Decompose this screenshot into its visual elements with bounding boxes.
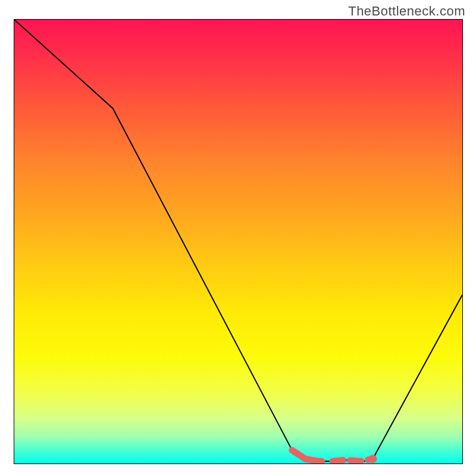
bottleneck-curve (14, 20, 462, 461)
watermark-text: TheBottleneck.com (348, 4, 465, 19)
highlight-dot-icon (368, 455, 377, 464)
highlight-segment (292, 450, 373, 462)
chart-plot-area (14, 19, 463, 464)
chart-svg (14, 20, 462, 464)
